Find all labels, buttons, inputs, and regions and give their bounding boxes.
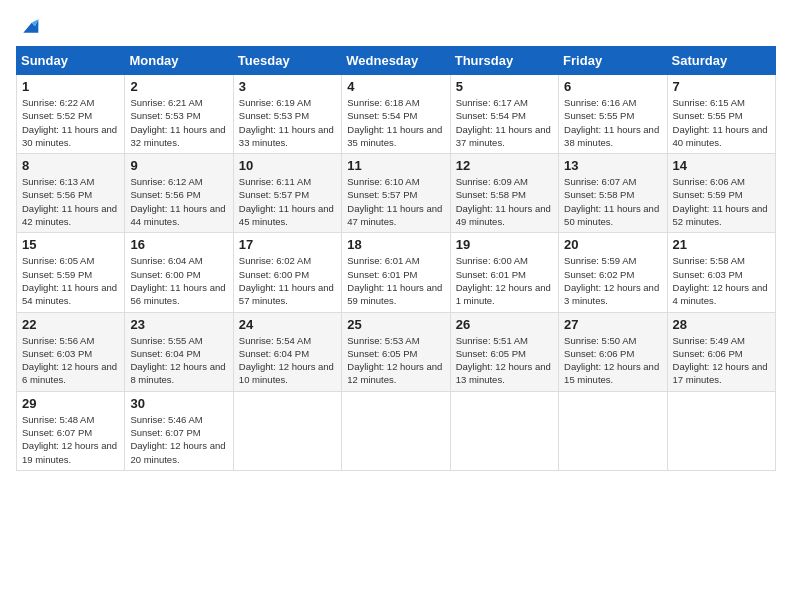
day-info: Sunrise: 6:09 AM Sunset: 5:58 PM Dayligh… — [456, 175, 553, 228]
day-info: Sunrise: 5:46 AM Sunset: 6:07 PM Dayligh… — [130, 413, 227, 466]
calendar-day-cell: 6 Sunrise: 6:16 AM Sunset: 5:55 PM Dayli… — [559, 75, 667, 154]
calendar-day-cell: 5 Sunrise: 6:17 AM Sunset: 5:54 PM Dayli… — [450, 75, 558, 154]
calendar-day-cell: 8 Sunrise: 6:13 AM Sunset: 5:56 PM Dayli… — [17, 154, 125, 233]
day-info: Sunrise: 6:07 AM Sunset: 5:58 PM Dayligh… — [564, 175, 661, 228]
calendar-day-cell: 23 Sunrise: 5:55 AM Sunset: 6:04 PM Dayl… — [125, 312, 233, 391]
day-info: Sunrise: 5:53 AM Sunset: 6:05 PM Dayligh… — [347, 334, 444, 387]
calendar-day-cell: 13 Sunrise: 6:07 AM Sunset: 5:58 PM Dayl… — [559, 154, 667, 233]
day-info: Sunrise: 6:13 AM Sunset: 5:56 PM Dayligh… — [22, 175, 119, 228]
day-number: 12 — [456, 158, 553, 173]
day-number: 19 — [456, 237, 553, 252]
calendar-day-cell: 15 Sunrise: 6:05 AM Sunset: 5:59 PM Dayl… — [17, 233, 125, 312]
day-number: 4 — [347, 79, 444, 94]
day-number: 24 — [239, 317, 336, 332]
day-info: Sunrise: 5:56 AM Sunset: 6:03 PM Dayligh… — [22, 334, 119, 387]
calendar-day-cell: 18 Sunrise: 6:01 AM Sunset: 6:01 PM Dayl… — [342, 233, 450, 312]
calendar-day-cell: 28 Sunrise: 5:49 AM Sunset: 6:06 PM Dayl… — [667, 312, 775, 391]
day-info: Sunrise: 6:01 AM Sunset: 6:01 PM Dayligh… — [347, 254, 444, 307]
day-number: 18 — [347, 237, 444, 252]
logo-icon — [20, 16, 40, 36]
day-of-week-header: Monday — [125, 47, 233, 75]
day-number: 16 — [130, 237, 227, 252]
calendar-week-row: 8 Sunrise: 6:13 AM Sunset: 5:56 PM Dayli… — [17, 154, 776, 233]
calendar-day-cell — [559, 391, 667, 470]
day-of-week-header: Thursday — [450, 47, 558, 75]
day-info: Sunrise: 6:05 AM Sunset: 5:59 PM Dayligh… — [22, 254, 119, 307]
day-info: Sunrise: 6:06 AM Sunset: 5:59 PM Dayligh… — [673, 175, 770, 228]
day-of-week-header: Saturday — [667, 47, 775, 75]
day-info: Sunrise: 6:17 AM Sunset: 5:54 PM Dayligh… — [456, 96, 553, 149]
calendar-week-row: 1 Sunrise: 6:22 AM Sunset: 5:52 PM Dayli… — [17, 75, 776, 154]
day-info: Sunrise: 5:50 AM Sunset: 6:06 PM Dayligh… — [564, 334, 661, 387]
day-info: Sunrise: 6:21 AM Sunset: 5:53 PM Dayligh… — [130, 96, 227, 149]
day-number: 28 — [673, 317, 770, 332]
day-of-week-header: Sunday — [17, 47, 125, 75]
day-number: 29 — [22, 396, 119, 411]
calendar-week-row: 22 Sunrise: 5:56 AM Sunset: 6:03 PM Dayl… — [17, 312, 776, 391]
day-number: 25 — [347, 317, 444, 332]
day-number: 9 — [130, 158, 227, 173]
calendar-week-row: 15 Sunrise: 6:05 AM Sunset: 5:59 PM Dayl… — [17, 233, 776, 312]
calendar-day-cell: 9 Sunrise: 6:12 AM Sunset: 5:56 PM Dayli… — [125, 154, 233, 233]
calendar-day-cell: 11 Sunrise: 6:10 AM Sunset: 5:57 PM Dayl… — [342, 154, 450, 233]
day-number: 13 — [564, 158, 661, 173]
calendar-day-cell: 16 Sunrise: 6:04 AM Sunset: 6:00 PM Dayl… — [125, 233, 233, 312]
logo — [16, 16, 40, 36]
day-number: 26 — [456, 317, 553, 332]
calendar-day-cell: 7 Sunrise: 6:15 AM Sunset: 5:55 PM Dayli… — [667, 75, 775, 154]
calendar-day-cell: 3 Sunrise: 6:19 AM Sunset: 5:53 PM Dayli… — [233, 75, 341, 154]
day-info: Sunrise: 5:49 AM Sunset: 6:06 PM Dayligh… — [673, 334, 770, 387]
day-info: Sunrise: 6:12 AM Sunset: 5:56 PM Dayligh… — [130, 175, 227, 228]
day-info: Sunrise: 6:10 AM Sunset: 5:57 PM Dayligh… — [347, 175, 444, 228]
calendar-day-cell: 10 Sunrise: 6:11 AM Sunset: 5:57 PM Dayl… — [233, 154, 341, 233]
day-info: Sunrise: 6:11 AM Sunset: 5:57 PM Dayligh… — [239, 175, 336, 228]
calendar-day-cell — [667, 391, 775, 470]
day-number: 30 — [130, 396, 227, 411]
page-header — [16, 16, 776, 36]
calendar-day-cell: 14 Sunrise: 6:06 AM Sunset: 5:59 PM Dayl… — [667, 154, 775, 233]
day-of-week-header: Tuesday — [233, 47, 341, 75]
day-info: Sunrise: 6:22 AM Sunset: 5:52 PM Dayligh… — [22, 96, 119, 149]
day-number: 14 — [673, 158, 770, 173]
day-info: Sunrise: 6:16 AM Sunset: 5:55 PM Dayligh… — [564, 96, 661, 149]
day-number: 6 — [564, 79, 661, 94]
calendar-day-cell: 19 Sunrise: 6:00 AM Sunset: 6:01 PM Dayl… — [450, 233, 558, 312]
day-number: 10 — [239, 158, 336, 173]
calendar-day-cell — [342, 391, 450, 470]
calendar-day-cell: 25 Sunrise: 5:53 AM Sunset: 6:05 PM Dayl… — [342, 312, 450, 391]
calendar-day-cell: 20 Sunrise: 5:59 AM Sunset: 6:02 PM Dayl… — [559, 233, 667, 312]
calendar-day-cell: 24 Sunrise: 5:54 AM Sunset: 6:04 PM Dayl… — [233, 312, 341, 391]
calendar-week-row: 29 Sunrise: 5:48 AM Sunset: 6:07 PM Dayl… — [17, 391, 776, 470]
day-info: Sunrise: 5:54 AM Sunset: 6:04 PM Dayligh… — [239, 334, 336, 387]
day-number: 27 — [564, 317, 661, 332]
day-number: 22 — [22, 317, 119, 332]
day-info: Sunrise: 6:02 AM Sunset: 6:00 PM Dayligh… — [239, 254, 336, 307]
day-info: Sunrise: 6:00 AM Sunset: 6:01 PM Dayligh… — [456, 254, 553, 307]
day-number: 21 — [673, 237, 770, 252]
calendar-day-cell: 12 Sunrise: 6:09 AM Sunset: 5:58 PM Dayl… — [450, 154, 558, 233]
day-info: Sunrise: 6:19 AM Sunset: 5:53 PM Dayligh… — [239, 96, 336, 149]
day-info: Sunrise: 6:04 AM Sunset: 6:00 PM Dayligh… — [130, 254, 227, 307]
calendar-day-cell: 29 Sunrise: 5:48 AM Sunset: 6:07 PM Dayl… — [17, 391, 125, 470]
day-info: Sunrise: 6:15 AM Sunset: 5:55 PM Dayligh… — [673, 96, 770, 149]
day-number: 2 — [130, 79, 227, 94]
calendar-day-cell: 27 Sunrise: 5:50 AM Sunset: 6:06 PM Dayl… — [559, 312, 667, 391]
calendar-day-cell: 2 Sunrise: 6:21 AM Sunset: 5:53 PM Dayli… — [125, 75, 233, 154]
day-number: 5 — [456, 79, 553, 94]
day-number: 3 — [239, 79, 336, 94]
day-number: 8 — [22, 158, 119, 173]
day-number: 17 — [239, 237, 336, 252]
day-number: 15 — [22, 237, 119, 252]
day-info: Sunrise: 5:59 AM Sunset: 6:02 PM Dayligh… — [564, 254, 661, 307]
calendar-header-row: SundayMondayTuesdayWednesdayThursdayFrid… — [17, 47, 776, 75]
calendar-day-cell: 26 Sunrise: 5:51 AM Sunset: 6:05 PM Dayl… — [450, 312, 558, 391]
day-number: 11 — [347, 158, 444, 173]
calendar-day-cell: 21 Sunrise: 5:58 AM Sunset: 6:03 PM Dayl… — [667, 233, 775, 312]
day-info: Sunrise: 5:48 AM Sunset: 6:07 PM Dayligh… — [22, 413, 119, 466]
day-info: Sunrise: 5:58 AM Sunset: 6:03 PM Dayligh… — [673, 254, 770, 307]
day-number: 7 — [673, 79, 770, 94]
calendar-day-cell: 4 Sunrise: 6:18 AM Sunset: 5:54 PM Dayli… — [342, 75, 450, 154]
day-info: Sunrise: 5:51 AM Sunset: 6:05 PM Dayligh… — [456, 334, 553, 387]
day-number: 1 — [22, 79, 119, 94]
day-of-week-header: Wednesday — [342, 47, 450, 75]
